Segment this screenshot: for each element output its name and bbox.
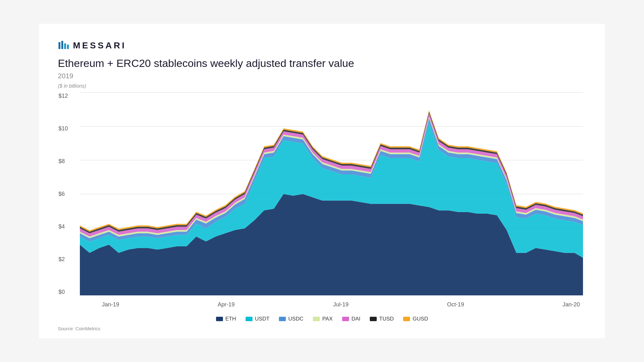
- legend-label-gusd: GUSD: [413, 316, 428, 322]
- svg-rect-1: [61, 41, 63, 49]
- legend-swatch-eth: [216, 317, 223, 321]
- chart-container: MESSARI Ethereum + ERC20 stablecoins wee…: [39, 24, 605, 338]
- legend-label-eth: ETH: [225, 316, 236, 322]
- legend-label-tusd: TUSD: [379, 316, 394, 322]
- legend-item-tusd: TUSD: [370, 316, 394, 322]
- logo-text: MESSARI: [73, 41, 126, 51]
- y-tick-6: $6: [58, 191, 68, 197]
- svg-rect-3: [67, 45, 69, 49]
- x-tick-apr19: Apr-19: [218, 301, 235, 308]
- y-tick-2: $2: [58, 256, 68, 263]
- legend-item-gusd: GUSD: [403, 316, 428, 322]
- legend-label-usdt: USDT: [255, 316, 269, 322]
- chart-svg: [80, 93, 583, 295]
- x-tick-jan20: Jan-20: [563, 301, 580, 308]
- legend-label-usdc: USDC: [288, 316, 303, 322]
- legend-swatch-usdt: [246, 317, 253, 321]
- legend-swatch-dai: [342, 317, 349, 321]
- legend-label-dai: DAI: [352, 316, 360, 322]
- legend: ETH USDT USDC PAX DAI TUSD GUSD: [58, 316, 586, 322]
- legend-swatch-pax: [313, 317, 320, 321]
- y-tick-0: $0: [58, 289, 68, 295]
- y-tick-4: $4: [58, 223, 68, 230]
- legend-item-usdt: USDT: [246, 316, 269, 322]
- y-tick-10: $10: [58, 125, 68, 132]
- legend-swatch-usdc: [279, 317, 286, 321]
- x-axis-labels: Jan-19 Apr-19 Jul-19 Oct-19 Jan-20: [102, 301, 580, 308]
- chart-area: ($ in billions) $0 $2 $4 $6 $8 $10 $12: [58, 86, 586, 313]
- legend-swatch-tusd: [370, 317, 377, 321]
- y-tick-8: $8: [58, 158, 68, 165]
- y-tick-12: $12: [58, 93, 68, 99]
- legend-item-dai: DAI: [342, 316, 360, 322]
- source-text: Source: CoinMetrics: [58, 326, 586, 331]
- x-tick-jul19: Jul-19: [333, 301, 348, 308]
- svg-rect-0: [58, 42, 60, 49]
- chart-title: Ethereum + ERC20 stablecoins weekly adju…: [58, 57, 586, 69]
- x-tick-jan19: Jan-19: [102, 301, 119, 308]
- legend-swatch-gusd: [403, 317, 410, 321]
- legend-item-usdc: USDC: [279, 316, 303, 322]
- grid-and-chart: $0 $2 $4 $6 $8 $10 $12: [80, 93, 583, 295]
- legend-item-pax: PAX: [313, 316, 333, 322]
- legend-label-pax: PAX: [322, 316, 333, 322]
- x-tick-oct19: Oct-19: [447, 301, 464, 308]
- legend-item-eth: ETH: [216, 316, 236, 322]
- y-axis-labels: $0 $2 $4 $6 $8 $10 $12: [58, 93, 68, 295]
- y-axis-label: ($ in billions): [58, 83, 86, 89]
- messari-icon: [58, 40, 70, 52]
- chart-year: 2019: [58, 72, 586, 80]
- logo-area: MESSARI: [58, 40, 586, 52]
- svg-rect-2: [64, 43, 66, 49]
